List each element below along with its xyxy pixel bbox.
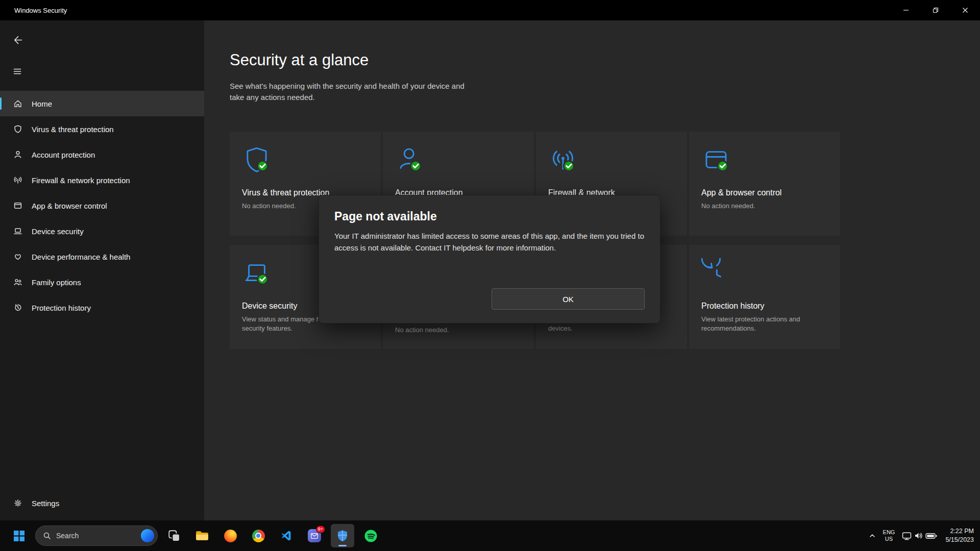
page-subtitle: See what's happening with the security a… — [230, 81, 474, 103]
sidebar-item-app-browser-control[interactable]: App & browser control — [0, 193, 204, 218]
person-check-icon — [395, 145, 425, 174]
bing-icon — [141, 529, 154, 542]
sidebar-item-label: Device security — [32, 227, 84, 236]
sidebar-item-account-protection[interactable]: Account protection — [0, 142, 204, 167]
sidebar-item-label: Device performance & health — [32, 253, 130, 261]
gear-icon — [13, 498, 22, 508]
display-icon — [902, 532, 912, 540]
vscode-icon — [281, 530, 291, 541]
chevron-up-icon — [869, 533, 876, 539]
tray-date: 5/15/2023 — [945, 536, 974, 544]
file-explorer-button[interactable] — [190, 524, 214, 547]
windows-security-shield-icon — [337, 530, 348, 542]
firefox-button[interactable] — [218, 524, 242, 547]
sidebar-item-device-performance-health[interactable]: Device performance & health — [0, 244, 204, 269]
close-button[interactable] — [950, 0, 980, 20]
language-region: US — [883, 536, 895, 542]
back-arrow-icon — [13, 35, 22, 45]
clock[interactable]: 2:22 PM 5/15/2023 — [945, 527, 974, 544]
history-tile-icon — [701, 258, 731, 288]
tray-time: 2:22 PM — [945, 527, 974, 536]
restore-button[interactable] — [921, 0, 950, 20]
sidebar-item-label: Protection history — [32, 304, 91, 312]
sidebar-item-label: App & browser control — [32, 202, 107, 210]
sidebar-item-label: Virus & threat protection — [32, 125, 114, 134]
speaker-icon — [914, 531, 923, 540]
sidebar-item-protection-history[interactable]: Protection history — [0, 295, 204, 320]
sidebar-item-label: Family options — [32, 278, 81, 287]
search-placeholder: Search — [56, 532, 141, 540]
start-button[interactable] — [7, 524, 31, 547]
task-view-button[interactable] — [162, 524, 186, 547]
tile-description: View latest protection actions and recom… — [701, 315, 806, 333]
tray-icons[interactable] — [902, 531, 937, 540]
windows-start-icon — [14, 531, 24, 541]
laptop-check-icon — [242, 258, 272, 288]
hamburger-icon — [13, 67, 22, 76]
window-controls — [891, 0, 980, 20]
chrome-button[interactable] — [247, 524, 270, 547]
tile-title: Protection history — [701, 301, 806, 312]
sidebar-item-label: Account protection — [32, 151, 95, 159]
back-button[interactable] — [7, 30, 28, 50]
minimize-button[interactable] — [891, 0, 921, 20]
tile-title: App & browser control — [701, 188, 806, 198]
spotify-icon — [364, 530, 377, 542]
taskbar-left: Search — [0, 524, 382, 547]
hidden-icons-button[interactable] — [866, 530, 879, 542]
sidebar-item-home[interactable]: Home — [0, 91, 204, 116]
title-bar: Windows Security — [0, 0, 980, 20]
page-not-available-dialog: Page not available Your IT administrator… — [318, 195, 660, 323]
menu-button[interactable] — [7, 61, 28, 82]
sidebar-item-settings[interactable]: Settings — [0, 491, 204, 515]
language-code: ENG — [883, 529, 895, 536]
sidebar-item-label: Firewall & network protection — [32, 176, 130, 185]
tile-app-browser-control[interactable]: App & browser control No action needed. — [689, 132, 840, 236]
sidebar-item-family-options[interactable]: Family options — [0, 269, 204, 295]
vscode-button[interactable] — [275, 524, 298, 547]
search-input[interactable]: Search — [35, 525, 158, 546]
battery-icon — [925, 533, 937, 539]
chrome-icon — [252, 530, 265, 542]
shield-check-icon — [242, 145, 272, 174]
laptop-icon — [13, 227, 22, 236]
person-icon — [13, 150, 22, 159]
spotify-button[interactable] — [359, 524, 382, 547]
sidebar-item-virus-threat-protection[interactable]: Virus & threat protection — [0, 116, 204, 142]
system-tray: ENG US 2:22 PM 5/15/2023 — [866, 520, 980, 551]
tile-protection-history[interactable]: Protection history View latest protectio… — [689, 245, 840, 349]
file-explorer-icon — [195, 530, 209, 541]
dialog-body: Your IT administrator has limited access… — [334, 231, 645, 254]
windows-security-button[interactable] — [331, 524, 354, 547]
notification-badge: 9+ — [316, 525, 325, 533]
taskbar: Search — [0, 520, 980, 551]
sidebar-nav: Home Virus & threat protection Account p… — [0, 91, 204, 320]
sidebar-item-label: Home — [32, 99, 52, 108]
tile-description: No action needed. — [395, 325, 500, 335]
sidebar-item-firewall-network-protection[interactable]: Firewall & network protection — [0, 167, 204, 193]
home-icon — [13, 99, 22, 108]
window-title: Windows Security — [14, 7, 67, 14]
shield-icon — [13, 124, 22, 134]
minimize-icon — [903, 7, 909, 13]
sidebar: Home Virus & threat protection Account p… — [0, 20, 204, 520]
page-title: Security at a glance — [230, 51, 369, 69]
heart-icon — [13, 252, 22, 261]
firefox-icon — [224, 530, 237, 542]
close-icon — [962, 7, 968, 13]
dialog-title: Page not available — [334, 210, 645, 223]
task-view-icon — [168, 530, 180, 542]
app-window-check-icon — [701, 145, 731, 174]
history-icon — [13, 303, 22, 312]
settings-label: Settings — [32, 499, 59, 508]
network-icon — [13, 176, 22, 185]
mail-app-button[interactable]: 9+ — [303, 524, 326, 547]
restore-icon — [933, 7, 939, 13]
family-icon — [13, 278, 22, 287]
sidebar-item-device-security[interactable]: Device security — [0, 218, 204, 244]
language-indicator[interactable]: ENG US — [883, 529, 895, 542]
tile-description: No action needed. — [701, 202, 806, 211]
search-icon — [43, 532, 51, 540]
ok-button[interactable]: OK — [492, 288, 645, 310]
app-window-icon — [13, 201, 22, 210]
